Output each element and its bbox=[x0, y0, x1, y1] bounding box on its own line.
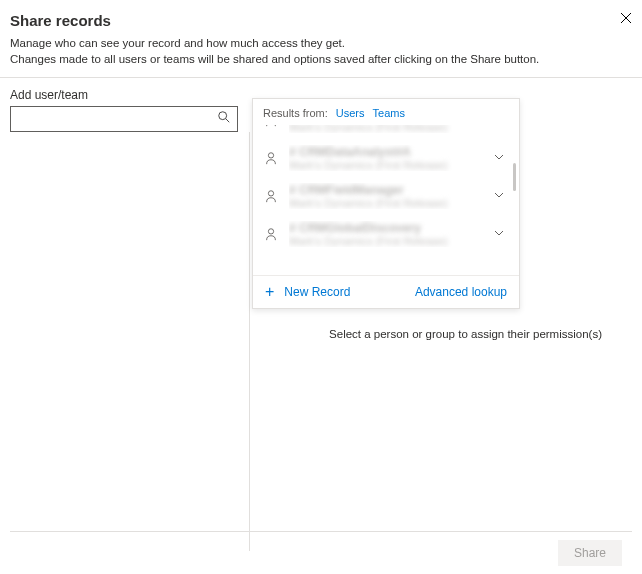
left-column bbox=[0, 132, 250, 551]
result-title bbox=[289, 259, 509, 269]
description-line-1: Manage who can see your record and how m… bbox=[10, 35, 632, 51]
plus-icon: + bbox=[265, 284, 274, 300]
advanced-lookup-link[interactable]: Advanced lookup bbox=[415, 285, 507, 299]
new-record-button[interactable]: + New Record bbox=[265, 284, 350, 300]
search-input[interactable] bbox=[10, 106, 238, 132]
result-item[interactable]: # CRMDataAnalyst#A Mark's Dynamics (Firs… bbox=[253, 139, 519, 177]
result-subtitle: Mark's Dynamics (First Release) bbox=[289, 235, 483, 247]
result-item[interactable] bbox=[253, 253, 519, 275]
results-from-label: Results from: bbox=[263, 107, 328, 119]
result-item[interactable]: # CRMFieldManager Mark's Dynamics (First… bbox=[253, 177, 519, 215]
result-item[interactable]: # CRMGlobalDiscovery Mark's Dynamics (Fi… bbox=[253, 215, 519, 253]
result-item[interactable]: # CRMGlobalAdmin#1 Mark's Dynamics (Firs… bbox=[253, 125, 519, 139]
close-icon bbox=[620, 12, 632, 24]
result-subtitle: Mark's Dynamics (First Release) bbox=[289, 197, 483, 209]
person-icon bbox=[263, 125, 279, 127]
dropdown-footer: + New Record Advanced lookup bbox=[253, 275, 519, 308]
permission-hint: Select a person or group to assign their… bbox=[250, 328, 632, 340]
new-record-label: New Record bbox=[284, 285, 350, 299]
svg-point-3 bbox=[268, 153, 273, 158]
result-title: # CRMFieldManager bbox=[289, 183, 483, 197]
chevron-down-icon[interactable] bbox=[493, 125, 509, 129]
person-icon bbox=[263, 227, 279, 241]
close-button[interactable] bbox=[620, 12, 632, 26]
share-button[interactable]: Share bbox=[558, 540, 622, 566]
result-title: # CRMDataAnalyst#A bbox=[289, 145, 483, 159]
filter-teams-link[interactable]: Teams bbox=[373, 107, 405, 119]
scrollbar-thumb[interactable] bbox=[513, 163, 516, 191]
results-header: Results from: Users Teams bbox=[253, 99, 519, 125]
filter-users-link[interactable]: Users bbox=[336, 107, 365, 119]
result-title: # CRMGlobalDiscovery bbox=[289, 221, 483, 235]
result-subtitle: Mark's Dynamics (First Release) bbox=[289, 159, 483, 171]
person-icon bbox=[263, 151, 279, 165]
footer: Share bbox=[10, 531, 632, 574]
chevron-down-icon[interactable] bbox=[493, 149, 509, 167]
page-title: Share records bbox=[10, 12, 111, 29]
svg-point-5 bbox=[268, 229, 273, 234]
result-subtitle: Mark's Dynamics (First Release) bbox=[289, 125, 483, 133]
results-dropdown: Results from: Users Teams # CRMGlobalAdm… bbox=[252, 98, 520, 309]
description-line-2: Changes made to all users or teams will … bbox=[10, 51, 632, 67]
chevron-down-icon[interactable] bbox=[493, 225, 509, 243]
person-icon bbox=[263, 189, 279, 203]
results-list: # CRMGlobalAdmin#1 Mark's Dynamics (Firs… bbox=[253, 125, 519, 275]
chevron-down-icon[interactable] bbox=[493, 187, 509, 205]
svg-point-4 bbox=[268, 191, 273, 196]
page-description: Manage who can see your record and how m… bbox=[0, 35, 642, 77]
